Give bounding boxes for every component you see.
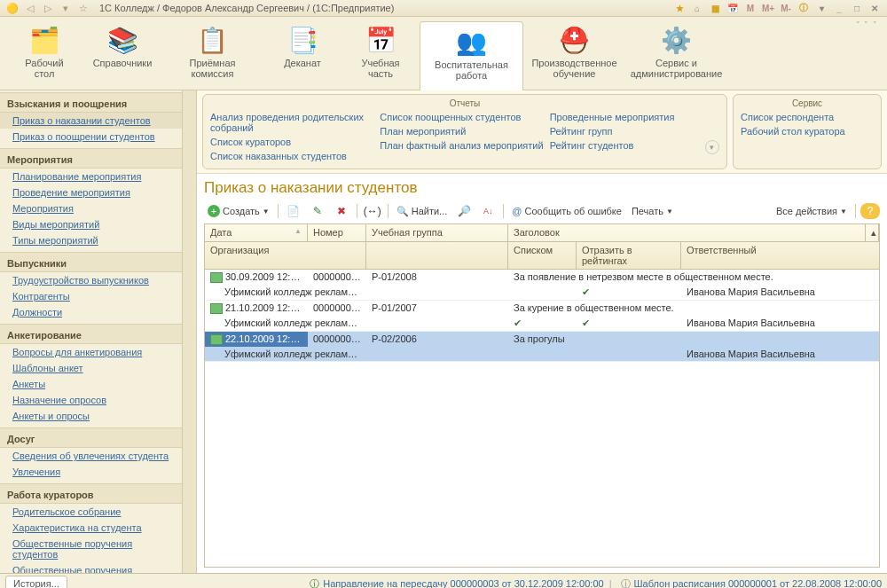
service-panel: Сервис Список респондентаРабочий стол ку… [733, 94, 882, 169]
app-logo[interactable]: 🟡 [5, 1, 20, 15]
calendar-icon[interactable]: 📅 [726, 1, 740, 15]
toolbar-refs[interactable]: 📚Справочники [83, 20, 161, 68]
edit-icon[interactable]: ✎ [307, 202, 328, 220]
grid-icon[interactable]: ▦ [708, 1, 722, 15]
toolbar-ucheb[interactable]: 📅Учебнаячасть [341, 20, 420, 79]
sidebar-link[interactable]: Шаблоны анкет [0, 360, 183, 376]
col-org[interactable]: Организация [205, 242, 366, 269]
sidebar-link[interactable]: Виды мероприятий [0, 216, 183, 232]
table-row[interactable]: 22.10.2009 12:0...000000010P-02/2006За п… [205, 332, 879, 362]
sidebar-link[interactable]: Сведения об увлечениях студента [0, 448, 183, 464]
sidebar-link[interactable]: Назначение опросов [0, 392, 183, 408]
sidebar-link[interactable]: Анкеты [0, 376, 183, 392]
toolbar-label: Приёмнаякомиссия [161, 58, 263, 79]
sidebar-link[interactable]: Общественные поручения студентов [0, 536, 183, 562]
service-link[interactable]: Список респондента [741, 110, 874, 124]
toolbar-expand[interactable]: ˅ ˅ ˅ [856, 20, 882, 29]
sidebar-group-header: Мероприятия [0, 148, 183, 169]
sidebar-link[interactable]: Увлечения [0, 464, 183, 480]
nav-back[interactable]: ◁ [23, 1, 37, 15]
toolbar-vospit[interactable]: 👥Воспитательнаяработа [420, 21, 523, 90]
grid-header: Дата▲ Номер Учебная группа Заголовок ▴ О… [205, 224, 879, 270]
col-scroll-up[interactable]: ▴ [866, 224, 879, 241]
status-msg-1[interactable]: Направление на пересдачу 000000003 от 30… [323, 578, 603, 588]
dekanat-icon: 📑 [285, 24, 320, 56]
report-error-button[interactable]: @Сообщить об ошибке [508, 204, 625, 218]
swap-icon[interactable]: (↔) [362, 202, 383, 220]
calc-m[interactable]: M [743, 1, 757, 15]
print-button[interactable]: Печать▼ [628, 204, 677, 218]
status-msg-2[interactable]: Шаблон расписания 000000001 от 22.08.200… [634, 578, 883, 588]
sidebar-link[interactable]: Планирование мероприятия [0, 169, 183, 184]
report-link[interactable]: Проведенные мероприятия [550, 110, 719, 124]
col-rating[interactable]: Отразить в рейтингах [577, 242, 681, 269]
col-group[interactable]: Учебная группа [366, 224, 508, 241]
create-button[interactable]: +Создать▼ [204, 203, 273, 219]
col-list[interactable]: Списком [508, 242, 577, 269]
sidebar-link[interactable]: Вопросы для анкетирования [0, 344, 183, 360]
sidebar: Взыскания и поощренияПриказ о наказании … [0, 90, 197, 573]
report-link[interactable]: План фактный анализ мероприятий [380, 138, 549, 153]
toolbar-label: Учебнаячасть [341, 58, 420, 79]
col-subject[interactable]: Заголовок [508, 224, 866, 241]
toolbar-proizv[interactable]: ⛑️Производственноеобучение [523, 20, 625, 79]
home-icon[interactable]: ⌂ [690, 1, 704, 15]
close-icon[interactable]: ✕ [867, 1, 882, 15]
nav-fwd[interactable]: ▷ [41, 1, 55, 15]
sidebar-link[interactable]: Родительское собрание [0, 504, 183, 520]
table-row[interactable]: 21.10.2009 12:0...000000011P-01/2007За к… [205, 301, 879, 332]
col-resp[interactable]: Ответственный [681, 242, 879, 269]
proizv-icon: ⛑️ [557, 24, 593, 56]
report-link[interactable]: Список наказанных студентов [210, 149, 380, 163]
filter-icon[interactable]: 🔎 [453, 202, 475, 220]
sidebar-link[interactable]: Анкеты и опросы [0, 408, 183, 424]
sub-toolbar: Отчеты Анализ проведения родительских со… [197, 90, 887, 174]
help-icon[interactable]: ? [860, 203, 880, 219]
report-link[interactable]: Рейтинг групп [550, 124, 719, 138]
maximize-icon[interactable]: □ [850, 1, 864, 15]
toolbar-service[interactable]: ⚙️Сервис иадминистрирование [625, 20, 727, 79]
sidebar-link[interactable]: Мероприятия [0, 200, 183, 216]
sidebar-link[interactable]: Проведение мероприятия [0, 184, 183, 200]
calc-mminus[interactable]: M- [779, 1, 793, 15]
minimize-icon[interactable]: _ [832, 1, 846, 15]
table-row[interactable]: 30.09.2009 12:0...000000009P-01/2008За п… [205, 270, 879, 301]
service-icon: ⚙️ [659, 24, 695, 56]
sidebar-link[interactable]: Характеристика на студента [0, 520, 183, 536]
history-button[interactable]: История... [5, 576, 67, 588]
sidebar-scrollbar[interactable] [182, 90, 196, 573]
sidebar-link[interactable]: Приказ о наказании студентов [0, 113, 183, 129]
info-icon[interactable]: ⓘ [797, 1, 811, 15]
sidebar-link[interactable]: Общественные поручения [0, 562, 183, 573]
grid-body[interactable]: 30.09.2009 12:0...000000009P-01/2008За п… [205, 270, 879, 567]
col-number[interactable]: Номер [308, 224, 366, 241]
report-link[interactable]: Анализ проведения родительских собраний [210, 110, 380, 135]
report-link[interactable]: Список кураторов [210, 135, 380, 149]
toolbar-komissia[interactable]: 📋Приёмнаякомиссия [161, 20, 263, 79]
report-link[interactable]: Список поощренных студентов [380, 110, 549, 124]
toolbar-desktop[interactable]: 🗂️Рабочийстол [5, 20, 83, 79]
all-actions-button[interactable]: Все действия▼ [773, 204, 851, 218]
statusbar: История... ⓘ Направление на пересдачу 00… [0, 573, 887, 588]
info-dd[interactable]: ▾ [814, 1, 828, 15]
sort-icon[interactable]: A↓ [477, 202, 498, 220]
nav-dd[interactable]: ▾ [59, 1, 73, 15]
find-button[interactable]: 🔍Найти... [393, 204, 451, 219]
report-link[interactable]: Рейтинг студентов ▾ [550, 138, 719, 153]
calc-mplus[interactable]: M+ [761, 1, 775, 15]
sidebar-link[interactable]: Приказ о поощрении студентов [0, 129, 183, 145]
col-date[interactable]: Дата▲ [205, 224, 308, 241]
report-link[interactable]: План мероприятий [380, 124, 549, 138]
sidebar-link[interactable]: Должности [0, 304, 183, 320]
toolbar-label: Рабочийстол [5, 58, 83, 79]
sidebar-link[interactable]: Контрагенты [0, 288, 183, 304]
service-link[interactable]: Рабочий стол куратора [741, 124, 874, 138]
toolbar-dekanat[interactable]: 📑Деканат [263, 20, 341, 68]
sidebar-link[interactable]: Типы мероприятий [0, 232, 183, 248]
delete-icon[interactable]: ✖ [331, 202, 352, 220]
fav2-icon[interactable]: ★ [672, 1, 687, 15]
reports-more-icon[interactable]: ▾ [705, 140, 719, 154]
sidebar-link[interactable]: Трудоустройство выпускников [0, 272, 183, 288]
favorite-icon[interactable]: ☆ [76, 1, 90, 15]
copy-icon[interactable]: 📄 [283, 202, 304, 220]
